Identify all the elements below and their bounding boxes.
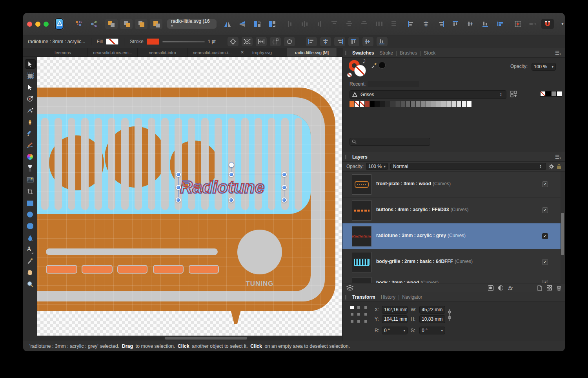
swatch-black[interactable] <box>546 91 551 97</box>
tuning-label[interactable]: TUNING <box>237 280 282 288</box>
transparency-tool[interactable] <box>25 164 36 173</box>
radio-button-shape[interactable] <box>82 265 113 274</box>
palette-swatch-strip[interactable] <box>350 101 472 107</box>
color-grid-icon[interactable] <box>73 19 86 29</box>
selection-handle-w[interactable] <box>176 185 181 190</box>
selection-handle-e[interactable] <box>282 185 287 190</box>
dial-slider-shape[interactable] <box>46 248 218 255</box>
layer-effects-icon[interactable]: fx <box>508 285 512 291</box>
radiotune-selected-object[interactable]: Radiotune Radiotune <box>178 175 284 200</box>
snapping-magnet-button[interactable] <box>541 19 554 29</box>
arrange-to-back-button[interactable] <box>150 19 162 29</box>
pen-tool[interactable] <box>25 117 36 127</box>
rotate-ccw-button[interactable] <box>251 19 264 29</box>
snapping-dropdown-caret[interactable]: ▼ <box>556 19 565 29</box>
layer-row-buttons[interactable]: buttons : 4mm : acrylic : FF6D33(Curves)… <box>342 197 561 223</box>
flip-vertical-button[interactable] <box>236 19 249 29</box>
close-tab-icon[interactable]: ✕ <box>240 50 244 55</box>
rotation-field[interactable]: 0 °▾ <box>382 327 408 334</box>
tab-brushes[interactable]: Brushes <box>397 50 420 56</box>
space-horizontal-icon[interactable] <box>373 19 385 29</box>
link-dimensions-chain-icon[interactable] <box>448 307 451 322</box>
ellipse-tool[interactable] <box>25 210 36 219</box>
layer-stack-icon[interactable] <box>346 285 353 290</box>
node-tool[interactable] <box>25 82 36 92</box>
layer-settings-gear-icon[interactable] <box>548 164 554 170</box>
selection-handle-sw[interactable] <box>176 197 181 203</box>
layer-visibility-checkbox[interactable]: ✓ <box>542 207 548 213</box>
artboard-tool[interactable] <box>25 71 36 80</box>
distribute-top-icon[interactable] <box>328 19 340 29</box>
palette-swatch[interactable] <box>390 101 395 107</box>
stroke-swatch[interactable] <box>147 38 159 45</box>
selection-handle-se[interactable] <box>282 197 287 203</box>
zoom-tool[interactable] <box>25 279 36 289</box>
picked-color-swatch[interactable] <box>379 62 386 69</box>
palette-swatch[interactable] <box>355 101 360 107</box>
fill-tool[interactable] <box>25 152 36 161</box>
swatch-none[interactable] <box>540 91 546 97</box>
align-left-button[interactable] <box>405 19 417 29</box>
blend-mode-select[interactable]: Normal▲▼ <box>390 163 546 170</box>
transform-origin-icon[interactable] <box>228 37 238 46</box>
lock-icon[interactable] <box>557 164 561 170</box>
layers-scrollbar-thumb[interactable] <box>561 213 564 255</box>
text-tool[interactable]: A <box>25 245 36 254</box>
tuning-knob-shape[interactable] <box>237 230 282 274</box>
stroke-width-slider[interactable] <box>162 41 205 42</box>
palette-swatch[interactable] <box>421 101 426 107</box>
move-tool[interactable] <box>25 59 36 69</box>
layer-row-front-plate[interactable]: front-plate : 3mm : wood(Curves) ✓ <box>342 172 561 197</box>
x-field[interactable]: 162,16 mm <box>382 306 408 314</box>
tab-stroke[interactable]: Stroke <box>377 50 396 56</box>
ctx-align-right-button[interactable] <box>334 37 345 46</box>
selection-handle-s[interactable] <box>229 197 234 203</box>
swatch-search-input[interactable] <box>350 138 430 146</box>
palette-swatch[interactable] <box>375 101 380 107</box>
swap-fill-stroke-icon[interactable]: ⤸ <box>363 58 366 64</box>
palette-swatch[interactable] <box>385 101 390 107</box>
layer-row-radiotune[interactable]: Radiotune radiotune : 3mm : acrylic : gr… <box>342 223 561 249</box>
rotate-cw-button[interactable] <box>266 19 279 29</box>
color-picker-tool[interactable] <box>25 256 36 266</box>
alignment-options-button[interactable] <box>494 19 507 29</box>
doc-tab-nearsolid-docs[interactable]: nearsolid-docs-em... <box>88 48 138 57</box>
align-middle-v-button[interactable] <box>464 19 477 29</box>
palette-swatch[interactable] <box>380 101 385 107</box>
align-right-button[interactable] <box>435 19 447 29</box>
distribute-right-icon[interactable] <box>313 19 326 29</box>
tab-history[interactable]: History <box>378 294 398 300</box>
rotation-handle[interactable] <box>229 162 234 168</box>
panel-grip[interactable] <box>345 155 346 159</box>
radio-button-shape[interactable] <box>153 265 184 274</box>
hscrollbar-thumb[interactable] <box>165 337 247 340</box>
arrange-forward-button[interactable] <box>120 19 133 29</box>
tab-layers[interactable]: Layers <box>350 154 370 160</box>
document-title-field[interactable]: radio-little.svg (16 * <box>167 19 217 29</box>
pencil-tool[interactable] <box>25 129 36 138</box>
align-bottom-button[interactable] <box>479 19 492 29</box>
quick-swatches[interactable] <box>540 91 562 97</box>
layer-visibility-checkbox[interactable]: ✓ <box>542 181 548 187</box>
close-window-button[interactable] <box>27 22 32 27</box>
distribute-left-icon[interactable] <box>283 19 296 29</box>
tear-tool[interactable] <box>25 233 36 243</box>
palette-swatch[interactable] <box>416 101 421 107</box>
space-vertical-icon[interactable] <box>388 19 400 29</box>
transform-box-icon[interactable] <box>270 37 281 46</box>
layers-opacity-dropdown[interactable]: 100 %▾ <box>366 163 388 170</box>
recent-swatches-strip[interactable] <box>368 81 419 87</box>
palette-stepper[interactable]: ▲▼ <box>500 93 504 97</box>
distribute-middle-icon[interactable] <box>343 19 355 29</box>
palette-swatch[interactable] <box>436 101 441 107</box>
arrange-back-one-button[interactable] <box>105 19 118 29</box>
palette-swatch[interactable] <box>395 101 400 107</box>
tab-stock[interactable]: Stock <box>421 50 438 56</box>
align-center-h-button[interactable] <box>420 19 432 29</box>
ctx-align-top-button[interactable] <box>348 37 359 46</box>
palette-swatch[interactable] <box>467 101 472 107</box>
h-field[interactable]: 10,83 mm <box>419 315 445 323</box>
layer-visibility-checkbox[interactable]: ✓ <box>542 259 548 265</box>
palette-select[interactable]: Grises ▲▼ <box>350 90 506 99</box>
stroke-width-value[interactable]: 1 pt <box>208 39 216 44</box>
